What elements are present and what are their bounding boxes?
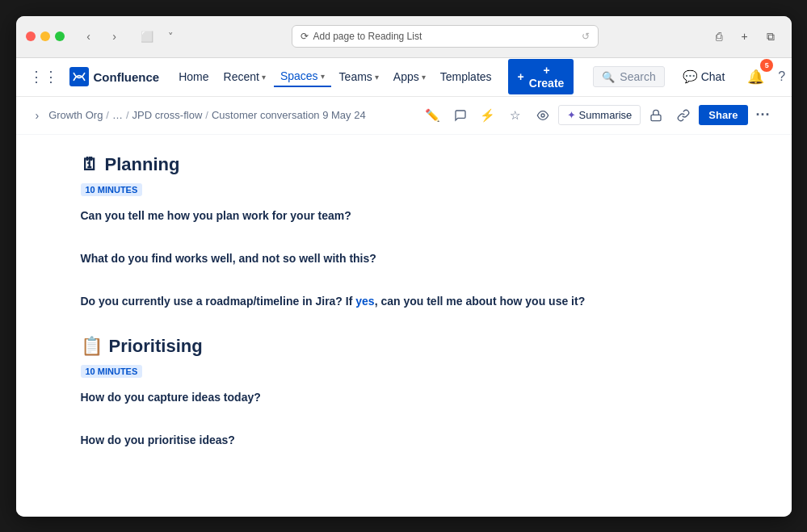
browser-window: ‹ › ⬜ ˅ ⟳ Add page to Reading List ↺ ⎙ +… xyxy=(16,16,792,517)
question-2: What do you find works well, and not so … xyxy=(81,250,727,267)
apps-chevron: ▾ xyxy=(422,73,426,82)
lightning-button[interactable]: ⚡ xyxy=(476,103,500,128)
edit-button[interactable]: ✏️ xyxy=(421,103,445,128)
app-grid-icon[interactable]: ⋮⋮ xyxy=(29,68,58,86)
breadcrumb-sep2: / xyxy=(126,109,129,121)
create-button[interactable]: + + Create xyxy=(508,59,574,94)
tab-icon[interactable]: ⬜ xyxy=(136,25,158,48)
svg-rect-1 xyxy=(651,115,661,120)
notifications-container: 🔔 5 xyxy=(742,64,768,90)
toolbar: ✏️ ⚡ ☆ ✦ Summarise xyxy=(421,103,775,128)
breadcrumb-current: Customer conversation 9 May 24 xyxy=(212,109,366,121)
planning-heading: 🗓 Planning xyxy=(81,154,727,175)
prioritising-title: Prioritising xyxy=(109,336,203,357)
search-box[interactable]: 🔍 Search xyxy=(593,66,664,87)
confluence-navbar: ⋮⋮ Confluence Home Recent ▾ Spaces ▾ xyxy=(16,58,792,97)
copy-link-button[interactable] xyxy=(671,103,696,128)
question-5: How do you prioritise ideas? xyxy=(81,432,727,449)
breadcrumb-sep1: / xyxy=(106,109,109,121)
prioritising-section: 📋 Prioritising 10 MINUTES How do you cap… xyxy=(81,336,727,449)
refresh-icon: ⟳ xyxy=(301,31,309,42)
breadcrumb: Growth Org / … / JPD cross-flow / Custom… xyxy=(48,109,414,121)
planning-duration: 10 MINUTES xyxy=(81,183,143,196)
prioritising-heading: 📋 Prioritising xyxy=(81,336,727,357)
reload-icon: ↺ xyxy=(582,31,590,42)
recent-chevron: ▾ xyxy=(262,73,266,82)
maximize-button[interactable] xyxy=(55,31,65,41)
close-button[interactable] xyxy=(26,31,36,41)
new-tab-button[interactable]: + xyxy=(733,25,756,48)
breadcrumb-org[interactable]: Growth Org xyxy=(48,109,103,121)
breadcrumb-ellipsis[interactable]: … xyxy=(112,109,123,121)
question-4: How do you capture ideas today? xyxy=(81,389,727,406)
notification-badge: 5 xyxy=(760,59,773,72)
extensions-button[interactable]: ⧉ xyxy=(759,25,782,48)
summarise-button[interactable]: ✦ Summarise xyxy=(558,105,641,125)
share-browser-button[interactable]: ⎙ xyxy=(708,25,730,48)
confluence-logo[interactable]: Confluence xyxy=(69,67,160,86)
breadcrumb-toggle[interactable]: › xyxy=(32,107,43,124)
confluence-logo-icon xyxy=(69,67,89,86)
prioritising-duration: 10 MINUTES xyxy=(81,365,143,378)
spaces-chevron: ▾ xyxy=(321,72,325,81)
teams-chevron: ▾ xyxy=(375,73,379,82)
forward-button[interactable]: › xyxy=(103,25,126,48)
browser-chrome: ‹ › ⬜ ˅ ⟳ Add page to Reading List ↺ ⎙ +… xyxy=(16,16,792,58)
address-bar-wrap: ⟳ Add page to Reading List ↺ xyxy=(189,25,701,48)
search-icon: 🔍 xyxy=(602,71,615,83)
yes-link[interactable]: yes xyxy=(355,295,374,308)
tabs-bar: ⬜ ˅ xyxy=(136,25,183,48)
chat-icon: 💬 xyxy=(683,69,698,84)
nav-teams[interactable]: Teams ▾ xyxy=(333,67,385,86)
chat-button[interactable]: 💬 Chat xyxy=(675,66,733,87)
logo-label: Confluence xyxy=(94,70,160,84)
question-1: Can you tell me how you plan work for yo… xyxy=(81,207,727,224)
page-content: 🗓 Planning 10 MINUTES Can you tell me ho… xyxy=(16,135,792,517)
nav-apps[interactable]: Apps ▾ xyxy=(387,67,432,86)
nav-recent[interactable]: Recent ▾ xyxy=(217,67,272,86)
browser-actions: ⎙ + ⧉ xyxy=(708,25,782,48)
planning-title: Planning xyxy=(105,154,180,175)
star-button[interactable]: ☆ xyxy=(503,103,527,128)
breadcrumb-crossflow[interactable]: JPD cross-flow xyxy=(132,109,203,121)
content-header: › Growth Org / … / JPD cross-flow / Cust… xyxy=(16,97,792,135)
search-label: Search xyxy=(620,70,655,83)
nav-home[interactable]: Home xyxy=(172,67,215,86)
planning-section: 🗓 Planning 10 MINUTES Can you tell me ho… xyxy=(81,154,727,310)
address-text: Add page to Reading List xyxy=(313,31,422,42)
tab-chevron[interactable]: ˅ xyxy=(160,25,183,48)
traffic-lights xyxy=(26,31,65,41)
nav-spaces[interactable]: Spaces ▾ xyxy=(274,66,331,87)
prioritising-emoji: 📋 xyxy=(81,336,103,357)
more-options-button[interactable]: ··· xyxy=(751,103,775,128)
browser-navigation: ‹ › xyxy=(78,25,126,48)
share-button[interactable]: Share xyxy=(699,105,747,125)
nav-items: Home Recent ▾ Spaces ▾ Teams ▾ Apps ▾ Te… xyxy=(172,66,498,87)
back-button[interactable]: ‹ xyxy=(78,25,100,48)
breadcrumb-sep3: / xyxy=(205,109,208,121)
svg-point-0 xyxy=(541,114,544,117)
restrict-button[interactable] xyxy=(644,103,668,128)
address-bar[interactable]: ⟳ Add page to Reading List ↺ xyxy=(292,25,599,48)
create-plus-icon: + xyxy=(518,70,524,83)
planning-emoji: 🗓 xyxy=(81,154,99,175)
ai-icon: ✦ xyxy=(567,109,576,121)
comment-button[interactable] xyxy=(448,103,473,128)
nav-templates[interactable]: Templates xyxy=(434,67,498,86)
watch-button[interactable] xyxy=(531,103,555,128)
question-3: Do you currently use a roadmap/timeline … xyxy=(81,293,727,310)
help-button[interactable]: ? xyxy=(778,64,785,90)
minimize-button[interactable] xyxy=(40,31,50,41)
